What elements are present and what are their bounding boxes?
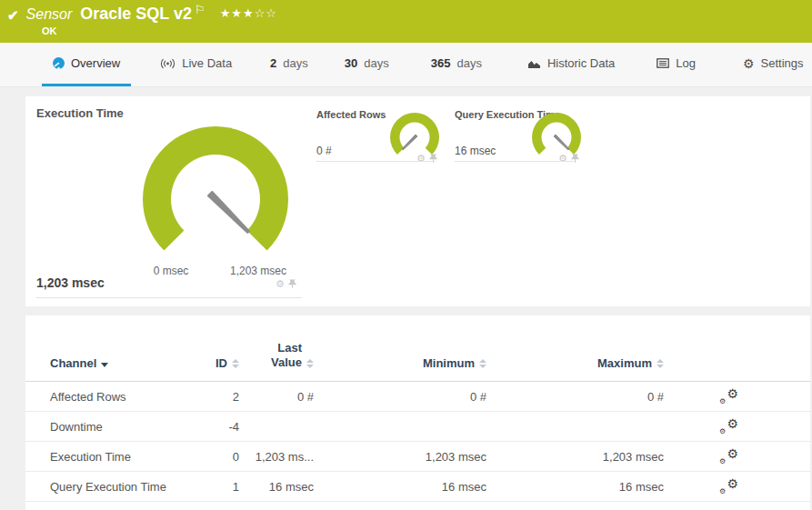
broadcast-icon (160, 58, 175, 69)
gauge-settings-icon[interactable]: ⚙ (416, 153, 426, 165)
sort-icon[interactable] (232, 359, 239, 368)
gear-icon: ⚙ (743, 56, 755, 71)
tab-log[interactable]: Log (646, 43, 707, 86)
execution-time-gauge (138, 122, 293, 276)
gear-icon: ⚙ (719, 397, 726, 405)
status-ok-check-icon: ✔ (7, 7, 19, 24)
gauge-scale-min: 0 msec (154, 265, 189, 277)
gear-icon: ⚙ (727, 416, 738, 431)
channel-id: 1 (209, 480, 239, 494)
tab-30-days[interactable]: 30 days (334, 43, 400, 86)
channel-settings-button[interactable]: ⚙⚙ (718, 389, 738, 405)
table-header-row: Channel ID Last Value Minimum Maximum (25, 315, 810, 382)
tab-historic-data[interactable]: Historic Data (516, 43, 626, 86)
stars-filled[interactable]: ★★★ (220, 6, 255, 20)
gauge-needle (402, 135, 417, 150)
column-header-id[interactable]: ID (209, 356, 239, 370)
pin-icon[interactable] (429, 154, 437, 164)
area-chart-icon (527, 58, 541, 69)
sort-desc-icon[interactable] (101, 363, 108, 367)
table-row: Downtime -4 ⚙⚙ (25, 412, 810, 442)
gear-icon: ⚙ (719, 457, 726, 465)
channel-settings-button[interactable]: ⚙⚙ (718, 449, 738, 465)
channel-table: Channel ID Last Value Minimum Maximum (25, 315, 810, 502)
column-header-last-value[interactable]: Last Value (239, 341, 314, 371)
pin-icon[interactable] (571, 154, 579, 164)
tab-label: Historic Data (547, 56, 615, 70)
gauge-settings-icon[interactable]: ⚙ (558, 153, 567, 165)
column-header-channel[interactable]: Channel (50, 356, 209, 370)
channel-name: Execution Time (50, 450, 209, 464)
tab-label: days (456, 56, 481, 70)
sort-icon[interactable] (479, 359, 486, 368)
channel-last-value: 0 # (239, 390, 314, 404)
channel-id: -4 (209, 420, 239, 434)
channel-id: 0 (209, 450, 239, 464)
channel-minimum: 0 # (314, 390, 486, 404)
gear-icon: ⚙ (727, 446, 738, 461)
table-row: Query Execution Time 1 16 msec 16 msec 1… (25, 472, 810, 502)
gauge-settings-icon[interactable]: ⚙ (276, 278, 285, 290)
sort-icon[interactable] (657, 359, 664, 368)
divider (36, 297, 302, 298)
priority-stars[interactable]: ★★★☆☆ (220, 6, 277, 20)
tab-label: Settings (761, 56, 804, 70)
column-label: Value (271, 355, 302, 370)
divider (455, 161, 574, 162)
tab-2-days[interactable]: 2 days (259, 43, 319, 86)
sensor-header: ✔ Sensor Oracle SQL v2 ⚐ ★★★☆☆ OK (0, 0, 812, 43)
channel-minimum: 1,203 msec (314, 450, 486, 464)
channel-maximum: 16 msec (486, 480, 664, 494)
gear-icon: ⚙ (719, 487, 726, 495)
tab-live-data[interactable]: Live Data (149, 43, 243, 86)
gear-icon: ⚙ (727, 386, 738, 401)
tab-label: Live Data (182, 56, 232, 70)
sensor-name: Oracle SQL v2 (80, 5, 192, 24)
channel-last-value: 1,203 ms... (239, 450, 314, 464)
secondary-gauge-title: Affected Rows (316, 109, 386, 120)
stars-empty[interactable]: ☆☆ (255, 6, 277, 20)
tab-number: 2 (270, 56, 276, 70)
tab-number: 365 (431, 56, 451, 70)
secondary-gauge-value: 0 # (316, 145, 332, 157)
sort-icon[interactable] (306, 359, 314, 368)
secondary-gauge-tools: ⚙ (416, 153, 437, 165)
channel-name: Downtime (50, 420, 209, 434)
secondary-gauge-value: 16 msec (455, 145, 496, 157)
tab-bar: Overview Live Data 2 days 30 days 365 da… (0, 43, 812, 87)
pin-icon[interactable] (288, 279, 296, 289)
channel-name: Query Execution Time (50, 480, 209, 494)
primary-gauge-value: 1,203 msec (36, 275, 105, 290)
column-label: ID (216, 356, 227, 370)
gauge-scale-max: 1,203 msec (230, 265, 286, 277)
channel-settings-button[interactable]: ⚙⚙ (718, 479, 738, 495)
channel-table-panel: Channel ID Last Value Minimum Maximum (25, 315, 810, 510)
gauge-icon (53, 57, 65, 69)
tab-settings[interactable]: ⚙ Settings (732, 43, 812, 86)
primary-gauge-tools: ⚙ (276, 278, 296, 290)
channel-maximum: 1,203 msec (486, 450, 664, 464)
tab-overview[interactable]: Overview (42, 43, 131, 86)
tab-365-days[interactable]: 365 days (420, 43, 493, 86)
divider (316, 161, 436, 162)
channel-minimum: 16 msec (314, 480, 486, 494)
channel-maximum: 0 # (486, 390, 664, 404)
channel-name: Affected Rows (50, 390, 209, 404)
tab-label: Overview (71, 56, 120, 70)
column-label: Last (277, 341, 302, 355)
gauges-panel: Execution Time 0 msec 1,203 msec 1,203 m… (25, 96, 810, 306)
table-row: Affected Rows 2 0 # 0 # 0 # ⚙⚙ (25, 382, 810, 412)
column-label: Channel (50, 356, 96, 370)
channel-settings-button[interactable]: ⚙⚙ (718, 419, 738, 435)
tab-label: days (364, 56, 388, 70)
gauge-needle (208, 192, 249, 233)
column-label: Maximum (597, 356, 652, 370)
gear-icon: ⚙ (719, 427, 726, 435)
column-header-maximum[interactable]: Maximum (486, 356, 664, 370)
tab-label: Log (676, 56, 696, 70)
channel-id: 2 (209, 390, 239, 404)
table-row: Execution Time 0 1,203 ms... 1,203 msec … (25, 442, 810, 472)
gear-icon: ⚙ (727, 476, 738, 491)
priority-flag-icon[interactable]: ⚐ (195, 3, 206, 16)
column-header-minimum[interactable]: Minimum (314, 356, 486, 370)
